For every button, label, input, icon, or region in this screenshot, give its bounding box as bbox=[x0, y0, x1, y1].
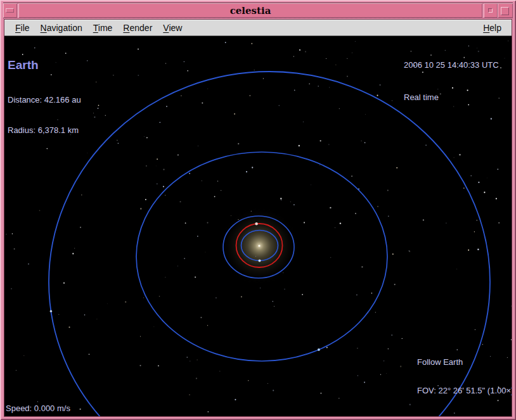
maximize-icon bbox=[488, 8, 493, 13]
client-area: FileNavigationTimeRenderView Help Earth … bbox=[4, 19, 512, 417]
planet-mid bbox=[318, 348, 320, 351]
menu-render[interactable]: Render bbox=[123, 23, 152, 33]
iconify-button[interactable] bbox=[3, 3, 17, 18]
selection-title: Earth bbox=[8, 58, 81, 73]
earth bbox=[255, 222, 257, 225]
space-viewport[interactable]: Earth Distance: 42.166 au Radius: 6,378.… bbox=[4, 36, 512, 416]
resize-button[interactable] bbox=[498, 3, 513, 18]
menu-help[interactable]: Help bbox=[483, 23, 501, 33]
title-bar[interactable]: celestia bbox=[3, 3, 513, 18]
maximize-button[interactable] bbox=[484, 3, 498, 18]
datetime-utc: 2006 10 25 14:40:33 UTC bbox=[404, 60, 499, 70]
planet-outer bbox=[50, 310, 52, 312]
time-mode: Real time bbox=[404, 92, 499, 103]
planet-inner bbox=[259, 260, 261, 262]
time-info: 2006 10 25 14:40:33 UTC Real time bbox=[404, 38, 499, 124]
menu-items: FileNavigationTimeRenderView bbox=[4, 23, 182, 33]
resize-icon bbox=[501, 7, 509, 15]
selection-distance: Distance: 42.166 au bbox=[8, 95, 81, 105]
menu-bar: FileNavigationTimeRenderView Help bbox=[4, 20, 512, 36]
speed-readout: Speed: 0.000 m/s bbox=[6, 404, 70, 414]
follow-mode: Follow Earth bbox=[417, 357, 512, 367]
menu-help-container: Help bbox=[483, 23, 512, 33]
fov-readout: FOV: 22° 26' 51.5" (1.00×) bbox=[417, 386, 512, 395]
sun bbox=[258, 245, 260, 246]
menu-file[interactable]: File bbox=[15, 23, 30, 33]
celestia-window: celestia FileNavigationTimeRenderView He… bbox=[0, 0, 516, 420]
menu-time[interactable]: Time bbox=[93, 23, 113, 33]
menu-navigation[interactable]: Navigation bbox=[41, 23, 82, 33]
selection-info: Earth Distance: 42.166 au Radius: 6,378.… bbox=[8, 37, 81, 156]
iconify-icon bbox=[6, 8, 14, 13]
selection-radius: Radius: 6,378.1 km bbox=[8, 125, 81, 136]
menu-view[interactable]: View bbox=[163, 23, 182, 33]
window-title: celestia bbox=[18, 3, 482, 18]
tracking-info: Follow Earth FOV: 22° 26' 51.5" (1.00×) bbox=[417, 338, 512, 414]
